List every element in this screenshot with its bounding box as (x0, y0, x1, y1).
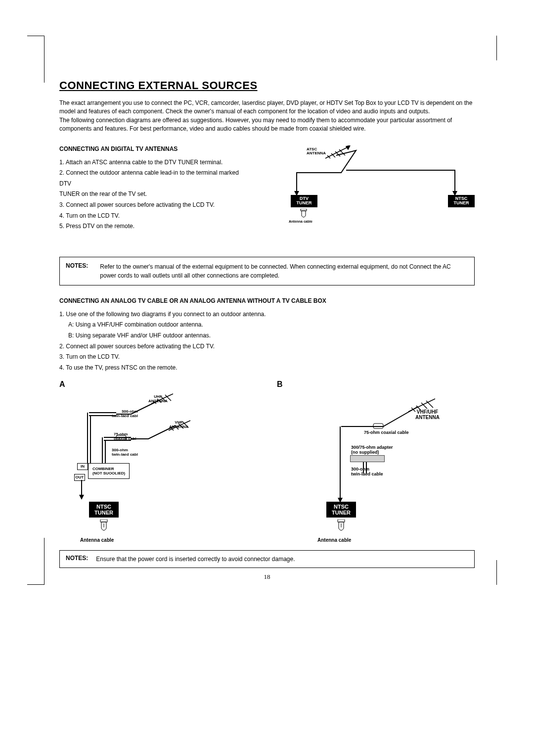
analog-step: 1. Use one of the following two diagrams… (59, 309, 475, 320)
combiner-out-label: OUT (74, 474, 85, 481)
vhf-uhf-antenna-label: VHF/UHF ANTENNA (415, 410, 440, 420)
crop-mark-top-right (496, 36, 497, 60)
dtv-tuner-label: DTV TUNER (291, 195, 317, 208)
digital-step: 5. Press DTV on the remote. (59, 221, 252, 232)
coax-label-a: 75-ohm coaxial cabl (114, 432, 136, 441)
combiner-label: COMBINER (NOT SUOOLIED) (88, 463, 130, 479)
notes1-text: Refer to the owner's manual of the exter… (100, 262, 468, 280)
diagram-a: UHF ANTENNA VHF ANTENNA 300-ohm twin-lae… (59, 392, 237, 550)
page-number: 18 (59, 573, 475, 581)
analog-step: 4. To use the TV, press NTSC on the remo… (59, 363, 475, 374)
analog-heading: CONNECTING AN ANALOG TV CABLE OR AN ANAL… (59, 297, 475, 304)
vhf-antenna-label: VHF ANTENNA (169, 421, 188, 429)
atsc-antenna-icon: ATSC ANTENNA (321, 145, 351, 162)
svg-marker-7 (346, 145, 350, 149)
diagram-a-svg (59, 392, 237, 550)
atsc-diagram: ATSC ANTENNA DTV TUNER NTSC TUNER Antenn… (267, 145, 475, 230)
twin-lead-label-2: 300-ohm twin-laed cabl (112, 448, 138, 457)
diagram-b: VHF/UHF ANTENNA 75-ohm coaxial cable 300… (277, 392, 455, 550)
diagram-a-col: A (59, 380, 257, 550)
combiner-in-label: IN (77, 463, 88, 470)
ntsc-tuner-label-a: NTSC TUNER (89, 502, 119, 518)
ntsc-tuner-label: NTSC TUNER (448, 195, 475, 208)
digital-step: 1. Attach an ATSC antenna cable to the D… (59, 157, 252, 168)
notes-box-2: NOTES: Ensure that the power cord is ins… (59, 550, 475, 568)
adapter-label: 300/75-ohm adapter (no supplied) (351, 445, 393, 455)
svg-rect-8 (301, 209, 307, 211)
intro-p2: The following connection diagrams are of… (59, 116, 475, 134)
diagram-b-col: B VHF/UHF ANTENNA 75-ohm coaxial cable (277, 380, 475, 550)
antenna-cable-label-b: Antenna cable (317, 537, 351, 543)
adapter-icon (350, 455, 385, 462)
manual-page: CONNECTING EXTERNAL SOURCES The exact ar… (0, 0, 534, 620)
analog-step: 2. Connect all power sources before acti… (59, 341, 475, 352)
svg-rect-42 (338, 520, 345, 522)
crop-mark-top-left (27, 36, 44, 83)
notes2-label: NOTES: (66, 555, 88, 564)
digital-step: 3. Connect all power sources before acti… (59, 200, 252, 211)
digital-heading: CONNECTING AN DIGITAL TV ANTENNAS (59, 145, 252, 152)
twin-lead-label-b: 300-ohm twin-laed cable (351, 467, 383, 476)
diagram-b-label: B (277, 380, 475, 389)
uhf-antenna-label: UHF ANTENNA (148, 395, 168, 403)
ntsc-port-icon-a (99, 520, 109, 532)
svg-marker-19 (79, 495, 84, 500)
digital-section: CONNECTING AN DIGITAL TV ANTENNAS 1. Att… (59, 145, 475, 232)
analog-step: 3. Turn on the LCD TV. (59, 352, 475, 363)
svg-rect-30 (100, 520, 107, 522)
twin-lead-label-1: 300-ohm twin-laed cabl (112, 410, 138, 418)
analog-step-sub: B: Using separate VHF and/or UHF outdoor… (59, 331, 475, 341)
digital-diagram-col: ATSC ANTENNA DTV TUNER NTSC TUNER Antenn… (267, 145, 475, 232)
analog-steps: 1. Use one of the following two diagrams… (59, 309, 475, 374)
intro-block: The exact arrangement you use to connect… (59, 99, 475, 134)
page-title: CONNECTING EXTERNAL SOURCES (59, 79, 475, 92)
digital-step: 2. Connect the outdoor antenna cable lea… (59, 168, 252, 189)
notes2-text: Ensure that the power cord is inserted c… (96, 555, 295, 564)
digital-step: TUNER on the rear of the TV set. (59, 189, 252, 200)
crop-mark-bottom-right (496, 560, 497, 585)
ab-diagrams-row: A (59, 380, 475, 550)
atsc-antenna-label: ATSC ANTENNA (307, 147, 326, 155)
digital-steps: 1. Attach an ATSC antenna cable to the D… (59, 157, 252, 232)
dtv-port-icon (300, 209, 308, 218)
coax75-label: 75-ohm coaxial cable (364, 430, 409, 435)
notes1-label: NOTES: (66, 262, 88, 280)
ntsc-port-icon-b (336, 520, 346, 532)
analog-step-sub: A: Using a VHF/UHF combination outdoor a… (59, 320, 475, 331)
crop-mark-bottom-left (27, 538, 44, 585)
intro-p1: The exact arrangement you use to connect… (59, 99, 475, 116)
notes-box-1: NOTES: Refer to the owner's manual of th… (59, 257, 475, 285)
diagram-a-label: A (59, 380, 257, 389)
antenna-cable-label-a: Antenna cable (80, 537, 114, 543)
ntsc-tuner-label-b: NTSC TUNER (326, 502, 356, 518)
antenna-cable-label-top: Antenna cable (289, 220, 312, 223)
atsc-diagram-svg (267, 145, 475, 230)
analog-section: CONNECTING AN ANALOG TV CABLE OR AN ANAL… (59, 297, 475, 374)
digital-step: 4. Turn on the LCD TV. (59, 211, 252, 222)
digital-text-col: CONNECTING AN DIGITAL TV ANTENNAS 1. Att… (59, 145, 252, 232)
